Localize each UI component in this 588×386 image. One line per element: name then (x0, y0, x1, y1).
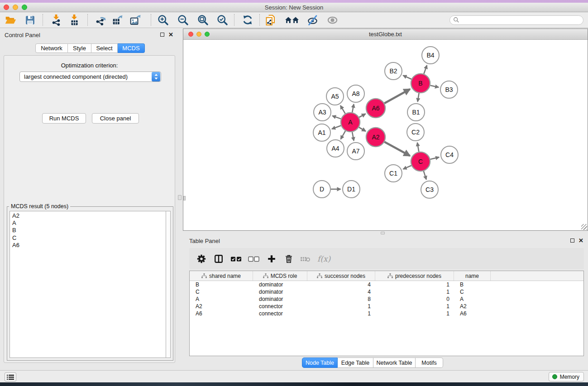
mcds-result-item[interactable]: B (12, 227, 166, 234)
search-input[interactable] (459, 16, 583, 24)
network-canvas[interactable]: B4B2BB3A5A8A6A3B1AA1C2A2A4A7C4CC1C3DD1 (183, 40, 588, 230)
network-window-titlebar[interactable]: testGlobe.txt (183, 29, 588, 40)
edge-A-A1[interactable] (332, 126, 341, 129)
horizontal-split-grip[interactable] (381, 232, 385, 234)
table-cell[interactable]: A2 (454, 303, 491, 310)
table-cell[interactable]: B (190, 281, 253, 288)
tab-select[interactable]: Select (91, 43, 118, 53)
mcds-result-item[interactable]: C (12, 234, 166, 242)
tab-style[interactable]: Style (68, 43, 91, 53)
tab-edge-table[interactable]: Edge Table (338, 357, 373, 368)
zoom-selected-button[interactable] (216, 14, 229, 26)
edge-B-B4[interactable] (424, 65, 427, 74)
delete-table-button[interactable] (300, 255, 311, 263)
table-cell[interactable]: 1 (375, 281, 454, 288)
vertical-split-grip[interactable] (178, 195, 182, 200)
main-titlebar[interactable]: Session: New Session (0, 3, 588, 12)
edge-C-C3[interactable] (424, 171, 426, 180)
table-cell[interactable]: A (190, 295, 253, 303)
import-table-button[interactable] (68, 14, 80, 26)
export-table-button[interactable] (111, 14, 124, 26)
edge-B-B1[interactable] (418, 93, 419, 102)
table-cell[interactable]: 1 (375, 288, 454, 295)
copy-network-button[interactable] (264, 14, 277, 26)
zoom-in-button[interactable] (157, 14, 169, 26)
export-network-button[interactable] (94, 14, 106, 26)
show-panels-button[interactable] (5, 372, 16, 381)
table-row[interactable]: Cdominator41C (190, 288, 583, 295)
table-cell[interactable]: A6 (454, 310, 491, 317)
edge-A-A8[interactable] (352, 104, 354, 112)
table-cell[interactable]: connector (253, 303, 307, 310)
table-cell[interactable]: A6 (190, 310, 253, 317)
table-cell[interactable]: 8 (307, 295, 375, 303)
window-resize-grip[interactable] (581, 224, 587, 230)
table-cell[interactable]: 4 (307, 288, 375, 295)
mcds-result-item[interactable]: A2 (12, 212, 166, 219)
zoom-out-button[interactable] (177, 14, 189, 26)
edge-C-C1[interactable] (403, 166, 411, 169)
mcds-result-scrollbar[interactable] (166, 211, 171, 358)
show-columns-button[interactable] (214, 254, 224, 264)
table-cell[interactable]: B (454, 281, 491, 288)
node-table[interactable]: shared nameMCDS rolesuccessor nodesprede… (189, 271, 584, 356)
column-header-MCDS-role[interactable]: MCDS role (253, 271, 307, 281)
tab-mcds[interactable]: MCDS (118, 43, 145, 53)
table-cell[interactable]: dominator (253, 281, 307, 288)
table-cell[interactable]: dominator (253, 288, 307, 295)
edge-A-A7[interactable] (352, 132, 354, 141)
edge-A-A4[interactable] (341, 131, 345, 139)
zoom-fit-button[interactable] (197, 14, 209, 26)
save-session-button[interactable] (24, 14, 36, 26)
show-hide-eye-button[interactable] (326, 14, 339, 26)
tab-node-table[interactable]: Node Table (302, 357, 338, 368)
mcds-result-list[interactable]: A2ABCA6 (10, 211, 166, 358)
tab-motifs[interactable]: Motifs (416, 357, 443, 368)
open-file-button[interactable] (4, 14, 16, 26)
float-table-panel-icon[interactable] (570, 238, 574, 243)
search-field[interactable] (449, 15, 583, 25)
network-graph[interactable]: B4B2BB3A5A8A6A3B1AA1C2A2A4A7C4CC1C3DD1 (183, 40, 588, 231)
table-cell[interactable]: 1 (375, 303, 454, 310)
edge-A-A5[interactable] (340, 105, 345, 114)
tab-network-table[interactable]: Network Table (373, 357, 416, 368)
deselect-all-button[interactable] (248, 255, 260, 262)
table-cell[interactable]: 1 (307, 303, 375, 310)
select-all-button[interactable] (230, 255, 242, 262)
edge-C-C2[interactable] (417, 143, 419, 152)
mcds-result-item[interactable]: A (12, 219, 166, 227)
table-cell[interactable]: 4 (307, 281, 375, 288)
edge-A-A6[interactable] (359, 114, 365, 117)
edge-A2-C[interactable] (384, 142, 410, 156)
function-builder-button[interactable]: f(x) (317, 254, 330, 263)
close-table-panel-icon[interactable]: ✕ (578, 238, 583, 243)
column-header-predecessor-nodes[interactable]: predecessor nodes (375, 271, 454, 281)
column-header-name[interactable]: name (454, 271, 491, 281)
float-panel-icon[interactable] (160, 33, 164, 37)
edge-A-A3[interactable] (332, 116, 341, 119)
edge-B-B2[interactable] (403, 76, 411, 79)
edge-A6-B[interactable] (384, 89, 410, 103)
table-row[interactable]: Bdominator41B (190, 281, 583, 288)
run-mcds-button[interactable]: Run MCDS (42, 113, 86, 124)
table-cell[interactable]: 0 (375, 295, 454, 303)
column-header-successor-nodes[interactable]: successor nodes (307, 271, 375, 281)
table-row[interactable]: A2connector11A2 (190, 303, 583, 310)
memory-button[interactable]: Memory (549, 372, 584, 381)
import-network-button[interactable] (50, 14, 62, 26)
table-cell[interactable]: 1 (375, 310, 454, 317)
close-panel-button[interactable]: Close panel (92, 113, 139, 124)
table-cell[interactable]: A (454, 295, 491, 303)
edge-A-A2[interactable] (359, 127, 366, 131)
refresh-button[interactable] (241, 14, 253, 26)
home-layout-button[interactable] (284, 14, 300, 26)
table-cell[interactable]: dominator (253, 295, 307, 303)
table-cell[interactable]: C (190, 288, 253, 295)
edge-B-B3[interactable] (430, 86, 439, 87)
toggle-graphics-details-button[interactable] (306, 14, 319, 26)
edge-C-C4[interactable] (430, 157, 439, 159)
delete-column-button[interactable] (284, 254, 294, 264)
table-cell[interactable]: A2 (190, 303, 253, 310)
network-view-window[interactable]: testGlobe.txt B4B2BB3A5A8A6A3B1AA1C2A2A4… (183, 29, 588, 231)
table-cell[interactable]: C (454, 288, 491, 295)
